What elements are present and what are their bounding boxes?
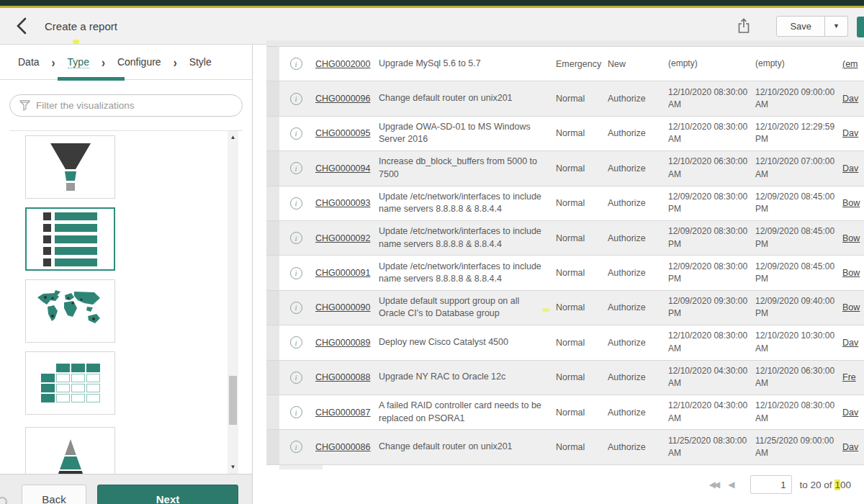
assigned-to-link[interactable]: Bow bbox=[840, 233, 864, 243]
back-button[interactable]: Back bbox=[22, 485, 86, 504]
assigned-to-link[interactable]: Dav bbox=[840, 408, 864, 418]
start-date-cell: 12/10/2020 08:30:00 AM bbox=[665, 121, 752, 146]
info-icon[interactable]: i bbox=[290, 336, 302, 348]
row-left-strip bbox=[266, 325, 279, 359]
save-dropdown-button[interactable]: ▼ bbox=[825, 16, 848, 37]
scrollbar-up-arrow[interactable]: ▲ bbox=[228, 132, 238, 143]
change-number-link[interactable]: CHG0000095 bbox=[312, 128, 376, 138]
page-number-input[interactable] bbox=[750, 475, 792, 494]
short-description-cell: A failed RAID controller card needs to b… bbox=[376, 400, 553, 425]
change-number-link[interactable]: CHG0000089 bbox=[312, 338, 376, 348]
change-number-link[interactable]: CHG0000090 bbox=[312, 302, 376, 312]
row-left-strip bbox=[266, 81, 279, 115]
filter-field-wrap bbox=[9, 94, 243, 117]
change-number-link[interactable]: CHG0000092 bbox=[312, 233, 376, 243]
info-icon[interactable]: i bbox=[290, 93, 302, 105]
viz-thumbnail-funnel[interactable] bbox=[25, 135, 115, 199]
viz-thumbnail-map[interactable] bbox=[25, 279, 115, 343]
assigned-to-link[interactable]: Dav bbox=[840, 442, 864, 452]
wizard-step-style[interactable]: Style bbox=[189, 56, 212, 68]
save-button[interactable]: Save bbox=[776, 16, 825, 37]
info-icon[interactable]: i bbox=[290, 58, 302, 70]
change-number-link[interactable]: CHG0000093 bbox=[312, 198, 376, 208]
assigned-to-link[interactable]: Dav bbox=[840, 163, 864, 174]
info-icon[interactable]: i bbox=[290, 372, 302, 384]
assigned-to-link[interactable]: Fre bbox=[840, 372, 864, 382]
start-date-cell: 12/09/2020 08:30:00 PM bbox=[665, 225, 752, 251]
assigned-to-link[interactable]: Dav bbox=[840, 338, 864, 348]
state-cell: Authorize bbox=[605, 128, 665, 138]
end-date-cell: 11/25/2020 09:00:00 AM bbox=[752, 435, 840, 460]
scrollbar-down-arrow[interactable]: ▼ bbox=[228, 462, 238, 472]
pagination: ◀◀ ◀ to 20 of 100 bbox=[709, 475, 851, 494]
viz-thumbnail-heatmap[interactable] bbox=[25, 351, 115, 415]
scrollbar-thumb[interactable] bbox=[229, 376, 237, 425]
wizard-step-configure[interactable]: Configure bbox=[117, 56, 161, 68]
change-number-link[interactable]: CHG0002000 bbox=[312, 59, 376, 69]
viz-list-scrollbar[interactable]: ▲ ▼ bbox=[228, 131, 238, 474]
row-left-strip bbox=[266, 430, 279, 464]
type-cell: Normal bbox=[553, 128, 605, 138]
type-cell: Normal bbox=[553, 198, 605, 208]
state-cell: Authorize bbox=[605, 338, 665, 348]
chevron-down-icon: ▼ bbox=[833, 22, 840, 30]
end-date-cell: 12/10/2020 12:29:59 PM bbox=[752, 121, 840, 146]
assigned-to-link[interactable]: Bow bbox=[840, 302, 864, 312]
short-description-cell: Update /etc/network/interfaces to includ… bbox=[376, 191, 553, 216]
table-row: i CHG0000095 Upgrade OWA-SD-01 to MS Win… bbox=[266, 117, 864, 151]
short-description-cell: Deploy new Cisco Catalyst 4500 bbox=[376, 336, 553, 349]
short-description-cell: Update /etc/network/interfaces to includ… bbox=[376, 225, 553, 251]
type-cell: Normal bbox=[553, 163, 605, 174]
assigned-to-link[interactable]: Dav bbox=[840, 128, 864, 138]
info-icon[interactable]: i bbox=[290, 406, 302, 418]
table-row: i CHG0000086 Change default router on un… bbox=[266, 430, 864, 464]
change-number-link[interactable]: CHG0000087 bbox=[312, 408, 376, 418]
wizard-steps: Data›Type›Configure›Style bbox=[0, 45, 252, 80]
report-data-table: i CHG0002000 Upgrade MySql 5.6 to 5.7 Em… bbox=[266, 40, 864, 504]
first-page-icon[interactable]: ◀◀ bbox=[709, 480, 718, 490]
next-button[interactable]: Next bbox=[97, 485, 238, 504]
info-icon[interactable]: i bbox=[290, 232, 302, 244]
cursor-highlight-artifact bbox=[73, 40, 79, 44]
change-number-link[interactable]: CHG0000094 bbox=[312, 163, 376, 174]
type-cell: Normal bbox=[553, 442, 605, 452]
info-icon[interactable]: i bbox=[290, 302, 302, 314]
change-number-link[interactable]: CHG0000088 bbox=[312, 372, 376, 382]
info-icon[interactable]: i bbox=[290, 441, 302, 453]
wizard-step-type[interactable]: Type bbox=[68, 56, 89, 68]
app-window: Create a report Save ▼ Data›Type›Configu… bbox=[0, 0, 864, 504]
table-row: i CHG0000088 Upgrade NY RAC to Oracle 12… bbox=[266, 361, 864, 395]
start-date-cell: (empty) bbox=[665, 58, 752, 70]
wizard-step-data[interactable]: Data bbox=[18, 56, 40, 68]
back-chevron-icon[interactable] bbox=[16, 17, 35, 35]
run-button-clipped[interactable] bbox=[857, 17, 864, 37]
assigned-to-link[interactable]: Dav bbox=[840, 94, 864, 104]
viz-thumbnail-pyramid[interactable] bbox=[25, 427, 115, 474]
table-row: i CHG0000091 Update /etc/network/interfa… bbox=[266, 256, 864, 290]
previous-page-icon[interactable]: ◀ bbox=[728, 480, 734, 490]
viz-thumbnail-list[interactable] bbox=[25, 207, 115, 271]
assigned-to-link[interactable]: Bow bbox=[840, 198, 864, 208]
info-icon[interactable]: i bbox=[290, 162, 302, 174]
row-left-strip bbox=[266, 361, 279, 395]
info-icon[interactable]: i bbox=[290, 197, 302, 210]
end-date-cell: 12/10/2020 09:00:00 AM bbox=[752, 86, 840, 112]
change-number-link[interactable]: CHG0000096 bbox=[312, 94, 376, 104]
state-cell: Authorize bbox=[605, 302, 665, 312]
share-icon[interactable] bbox=[733, 15, 755, 37]
change-number-link[interactable]: CHG0000091 bbox=[312, 268, 376, 278]
row-left-strip bbox=[266, 221, 279, 255]
assigned-to-link[interactable]: (em bbox=[840, 59, 864, 69]
info-icon[interactable]: i bbox=[290, 127, 302, 140]
filter-visualizations-input[interactable] bbox=[9, 94, 243, 117]
top-brand-stripe bbox=[0, 0, 864, 6]
start-date-cell: 12/09/2020 09:30:00 PM bbox=[665, 295, 752, 320]
assigned-to-link[interactable]: Bow bbox=[840, 268, 864, 278]
change-number-link[interactable]: CHG0000086 bbox=[312, 442, 376, 452]
header-bar: Create a report Save ▼ bbox=[0, 8, 864, 45]
type-cell: Normal bbox=[553, 268, 605, 278]
short-description-cell: Update /etc/network/interfaces to includ… bbox=[376, 261, 553, 286]
pyramid-chart-icon bbox=[35, 436, 107, 474]
table-row: i CHG0000093 Update /etc/network/interfa… bbox=[266, 186, 864, 221]
info-icon[interactable]: i bbox=[290, 267, 302, 279]
